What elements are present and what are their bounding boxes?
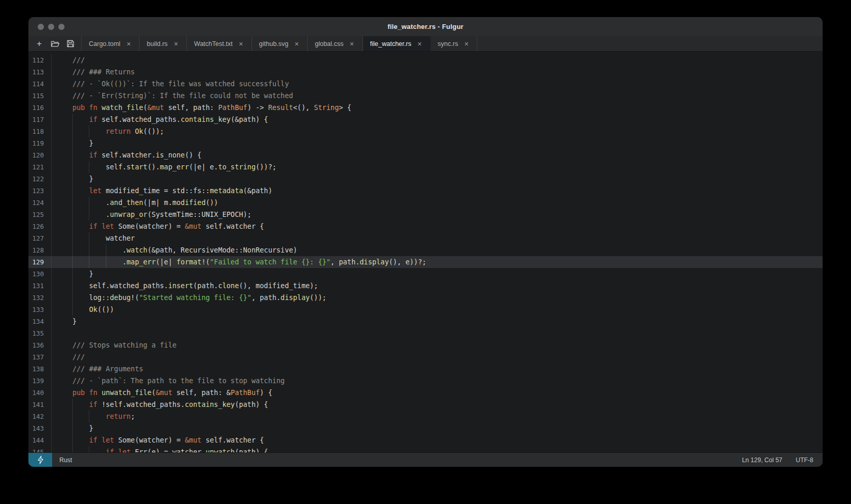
code-text: if let Some(watcher) = &mut self.watcher… [52, 220, 823, 232]
code-line[interactable]: 120 if self.watcher.is_none() { [28, 149, 823, 161]
line-number: 119 [28, 137, 52, 149]
code-line[interactable]: 144 if let Some(watcher) = &mut self.wat… [28, 434, 823, 446]
code-line[interactable]: 121 self.start().map_err(|e| e.to_string… [28, 161, 823, 173]
indent-guide [72, 125, 73, 137]
code-line[interactable]: 119 } [28, 137, 823, 149]
code-line[interactable]: 122 } [28, 173, 823, 185]
code-line[interactable]: 128 .watch(&path, RecursiveMode::NonRecu… [28, 244, 823, 256]
encoding-indicator[interactable]: UTF-8 [796, 456, 813, 464]
indent-guide [72, 446, 73, 452]
code-line[interactable]: 127 watcher [28, 232, 823, 244]
code-line[interactable]: 132 log::debug!("Started watching file: … [28, 292, 823, 304]
indent-guide [72, 411, 73, 422]
tab-Cargo.toml[interactable]: Cargo.toml× [82, 36, 139, 51]
line-number: 130 [28, 268, 52, 280]
code-line[interactable]: 129 .map_err(|e| format!("Failed to watc… [28, 256, 823, 268]
new-file-button[interactable]: + [31, 36, 47, 51]
tab-label: file_watcher.rs [370, 40, 412, 48]
code-line[interactable]: 116 pub fn watch_file(&mut self, path: P… [28, 102, 823, 114]
indent-guide [89, 232, 89, 244]
tab-build.rs[interactable]: build.rs× [139, 36, 186, 51]
code-text: /// Stops watching a file [52, 339, 823, 351]
indent-guide [72, 161, 73, 173]
code-line[interactable]: 126 if let Some(watcher) = &mut self.wat… [28, 220, 823, 232]
code-line[interactable]: 142 return; [28, 411, 823, 422]
code-text: pub fn unwatch_file(&mut self, path: &Pa… [52, 387, 823, 399]
code-line[interactable]: 136 /// Stops watching a file [28, 339, 823, 351]
code-line[interactable]: 135 [28, 327, 823, 339]
code-text: if let Err(e) = watcher.unwatch(path) { [52, 446, 823, 452]
line-number: 140 [28, 387, 52, 399]
line-number: 123 [28, 185, 52, 197]
line-number: 113 [28, 66, 52, 78]
line-number: 112 [28, 54, 52, 66]
code-line[interactable]: 115 /// - `Err(String)`: If the file cou… [28, 90, 823, 102]
close-tab-icon[interactable]: × [294, 40, 300, 48]
code-text: if self.watched_paths.contains_key(&path… [52, 114, 823, 125]
close-tab-icon[interactable]: × [125, 40, 132, 48]
indent-guide [89, 411, 89, 422]
code-line[interactable]: 114 /// - `Ok(())`: If the file was watc… [28, 78, 823, 90]
line-number: 116 [28, 102, 52, 114]
indent-guide [72, 220, 73, 232]
code-text: /// - `Ok(())`: If the file was watched … [52, 78, 823, 90]
indent-guide [72, 173, 73, 185]
app-logo-badge[interactable] [28, 453, 52, 467]
code-line[interactable]: 141 if !self.watched_paths.contains_key(… [28, 399, 823, 411]
line-number: 138 [28, 363, 52, 375]
tab-file_watcher.rs[interactable]: file_watcher.rs× [363, 36, 431, 51]
code-line[interactable]: 137 /// [28, 351, 823, 363]
code-line[interactable]: 134 } [28, 316, 823, 327]
code-text: /// ### Returns [52, 66, 823, 78]
code-text: Ok(()) [52, 304, 823, 316]
code-text: } [52, 316, 823, 327]
code-line[interactable]: 124 .and_then(|m| m.modified()) [28, 197, 823, 209]
status-right: Ln 129, Col 57 UTF-8 [742, 456, 823, 464]
code-line[interactable]: 133 Ok(()) [28, 304, 823, 316]
code-text: /// [52, 54, 823, 66]
code-text: return; [52, 411, 823, 422]
close-tab-icon[interactable]: × [349, 40, 355, 48]
code-line[interactable]: 125 .unwrap_or(SystemTime::UNIX_EPOCH); [28, 209, 823, 220]
code-line[interactable]: 145 if let Err(e) = watcher.unwatch(path… [28, 446, 823, 452]
code-text: .watch(&path, RecursiveMode::NonRecursiv… [52, 244, 823, 256]
indent-guide [72, 256, 73, 268]
tab-label: build.rs [147, 40, 167, 48]
close-tab-icon[interactable]: × [173, 40, 179, 48]
close-tab-icon[interactable]: × [238, 40, 244, 48]
cursor-position[interactable]: Ln 129, Col 57 [742, 456, 782, 464]
save-button[interactable] [62, 36, 78, 51]
line-number: 141 [28, 399, 52, 411]
indent-guide [72, 232, 73, 244]
tab-global.css[interactable]: global.css× [308, 36, 363, 51]
line-number: 142 [28, 411, 52, 422]
code-editor[interactable]: 112 ///113 /// ### Returns114 /// - `Ok(… [28, 52, 823, 452]
tab-github.svg[interactable]: github.svg× [252, 36, 308, 51]
code-line[interactable]: 112 /// [28, 54, 823, 66]
indent-guide [89, 244, 89, 256]
code-line[interactable]: 130 } [28, 268, 823, 280]
line-number: 132 [28, 292, 52, 304]
code-text: } [52, 173, 823, 185]
close-tab-icon[interactable]: × [463, 40, 469, 48]
indent-guide [89, 446, 89, 452]
code-line[interactable]: 140 pub fn unwatch_file(&mut self, path:… [28, 387, 823, 399]
code-line[interactable]: 117 if self.watched_paths.contains_key(&… [28, 114, 823, 125]
code-line[interactable]: 131 self.watched_paths.insert(path.clone… [28, 280, 823, 292]
code-text: .and_then(|m| m.modified()) [52, 197, 823, 209]
tab-sync.rs[interactable]: sync.rs× [431, 36, 478, 51]
close-tab-icon[interactable]: × [416, 40, 422, 48]
code-line[interactable]: 118 return Ok(()); [28, 125, 823, 137]
code-text [52, 327, 823, 339]
code-text: if let Some(watcher) = &mut self.watcher… [52, 434, 823, 446]
code-line[interactable]: 113 /// ### Returns [28, 66, 823, 78]
line-number: 136 [28, 339, 52, 351]
code-line[interactable]: 143 } [28, 422, 823, 434]
tab-WatchTest.txt[interactable]: WatchTest.txt× [187, 36, 252, 51]
line-number: 137 [28, 351, 52, 363]
language-indicator[interactable]: Rust [59, 456, 72, 464]
code-line[interactable]: 138 /// ### Arguments [28, 363, 823, 375]
code-line[interactable]: 139 /// - `path`: The path to the file t… [28, 375, 823, 387]
code-line[interactable]: 123 let modified_time = std::fs::metadat… [28, 185, 823, 197]
open-folder-button[interactable] [47, 36, 62, 51]
